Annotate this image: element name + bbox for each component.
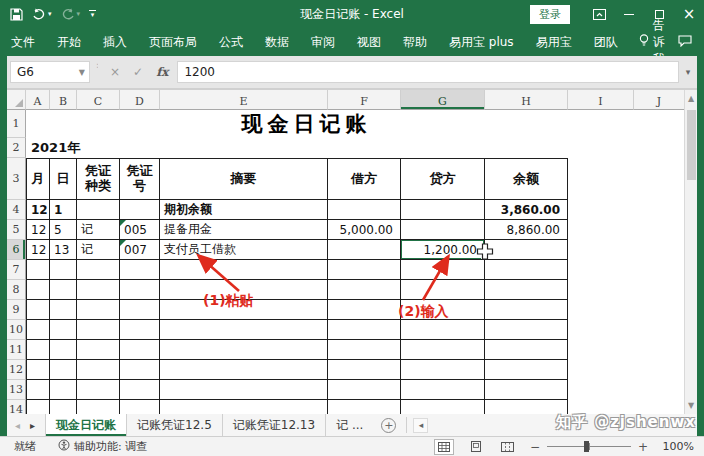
cell-e4[interactable]: 期初余额 — [160, 200, 328, 220]
column-header-h[interactable]: H — [485, 90, 568, 110]
cell[interactable] — [634, 260, 684, 280]
cell[interactable] — [160, 380, 328, 400]
cell[interactable] — [160, 360, 328, 380]
cell[interactable] — [77, 300, 120, 320]
cancel-entry-icon[interactable]: × — [110, 65, 120, 79]
name-box[interactable]: G6 ▼ — [10, 61, 90, 83]
select-all-corner[interactable] — [7, 90, 26, 110]
confirm-entry-icon[interactable]: ✓ — [133, 65, 143, 79]
header-cell-day[interactable]: 日 — [50, 158, 77, 200]
sheet-tab-voucher-12-5[interactable]: 记账凭证12.5 — [127, 414, 223, 436]
cell-g6-active[interactable]: 1,200.00 — [401, 240, 485, 260]
row-header-13[interactable]: 13 — [7, 380, 26, 400]
column-header-c[interactable]: C — [77, 90, 120, 110]
cell[interactable] — [634, 158, 684, 200]
cell[interactable] — [328, 320, 401, 340]
cell[interactable] — [634, 220, 684, 240]
row-header-14[interactable]: 14 — [7, 400, 26, 414]
zoom-in-icon[interactable]: + — [638, 440, 648, 454]
column-header-b[interactable]: B — [50, 90, 77, 110]
column-header-i[interactable]: I — [568, 90, 634, 110]
cell[interactable] — [568, 240, 634, 260]
redo-button[interactable]: ▾ — [61, 8, 81, 20]
cell[interactable] — [568, 280, 634, 300]
hscroll-left-icon[interactable]: ◂ — [413, 418, 428, 433]
cell[interactable] — [50, 260, 77, 280]
ribbon-display-options-button[interactable] — [584, 0, 614, 28]
cell[interactable] — [568, 200, 634, 220]
cell[interactable] — [401, 280, 485, 300]
cell[interactable] — [328, 280, 401, 300]
cell-d6[interactable]: 007 — [120, 240, 160, 260]
cell[interactable] — [77, 400, 120, 414]
sheet-tab-voucher-12-13[interactable]: 记账凭证12.13 — [223, 414, 326, 436]
undo-caret-icon[interactable]: ▾ — [48, 11, 52, 18]
scroll-down-icon[interactable]: ▼ — [685, 397, 697, 414]
cell[interactable] — [26, 380, 50, 400]
zoom-level[interactable]: 100% — [660, 440, 694, 453]
header-cell-voucher-type[interactable]: 凭证 种类 — [77, 158, 120, 200]
undo-button[interactable]: ▾ — [32, 8, 52, 20]
header-cell-credit[interactable]: 贷方 — [401, 158, 485, 200]
scroll-up-icon[interactable]: ▲ — [685, 90, 697, 107]
cell[interactable] — [401, 380, 485, 400]
cell-a4[interactable]: 12 — [26, 200, 50, 220]
cell-c5[interactable]: 记 — [77, 220, 120, 240]
expand-formula-bar-icon[interactable]: ▾ — [679, 67, 697, 77]
cell[interactable] — [77, 360, 120, 380]
cell[interactable] — [328, 380, 401, 400]
cell[interactable] — [328, 340, 401, 360]
cell-b5[interactable]: 5 — [50, 220, 77, 240]
cell[interactable] — [568, 320, 634, 340]
cell-h5[interactable]: 8,860.00 — [485, 220, 568, 240]
sheet-tab-truncated[interactable]: 记 ... — [326, 414, 373, 436]
cell[interactable] — [485, 320, 568, 340]
cell[interactable] — [26, 260, 50, 280]
cell[interactable] — [120, 380, 160, 400]
page-break-preview-icon[interactable] — [498, 439, 518, 455]
cell[interactable] — [485, 280, 568, 300]
cell-b6[interactable]: 13 — [50, 240, 77, 260]
cell[interactable] — [485, 260, 568, 280]
cell[interactable] — [634, 400, 684, 414]
tab-scroll-left-icon[interactable]: ◂ — [15, 420, 20, 431]
cell[interactable] — [634, 280, 684, 300]
new-sheet-button[interactable]: + — [381, 418, 396, 433]
cell[interactable] — [26, 300, 50, 320]
cell-e6[interactable]: 支付员工借款 — [160, 240, 328, 260]
cell[interactable] — [26, 280, 50, 300]
tab-scroll-right-icon[interactable]: ▸ — [30, 420, 35, 431]
column-header-g-selected[interactable]: G — [401, 90, 485, 110]
cell[interactable] — [26, 340, 50, 360]
cell[interactable] — [120, 340, 160, 360]
cell[interactable] — [634, 200, 684, 220]
cell[interactable] — [634, 240, 684, 260]
header-cell-month[interactable]: 月 — [26, 158, 50, 200]
cell[interactable] — [120, 400, 160, 414]
cell[interactable] — [50, 380, 77, 400]
cell-h6[interactable] — [485, 240, 568, 260]
zoom-slider[interactable] — [547, 441, 631, 452]
cell-c6[interactable]: 记 — [77, 240, 120, 260]
cell[interactable] — [50, 340, 77, 360]
ribbon-tab-yyb[interactable]: 易用宝 — [525, 28, 583, 56]
name-box-dropdown-icon[interactable]: ▼ — [79, 68, 85, 77]
ribbon-tab-view[interactable]: 视图 — [346, 28, 392, 56]
cell[interactable] — [634, 380, 684, 400]
feedback-icon[interactable] — [678, 35, 692, 50]
cell[interactable] — [485, 300, 568, 320]
cell[interactable] — [587, 110, 653, 138]
cell[interactable] — [401, 260, 485, 280]
cell[interactable] — [401, 320, 485, 340]
cell[interactable] — [401, 400, 485, 414]
cell[interactable] — [50, 280, 77, 300]
column-header-d[interactable]: D — [120, 90, 160, 110]
ribbon-tab-help[interactable]: 帮助 — [392, 28, 438, 56]
cell[interactable] — [587, 138, 653, 158]
zoom-out-icon[interactable]: − — [530, 440, 540, 454]
cell-d5[interactable]: 005 — [120, 220, 160, 240]
ribbon-tab-review[interactable]: 审阅 — [300, 28, 346, 56]
ribbon-tab-data[interactable]: 数据 — [254, 28, 300, 56]
column-header-a[interactable]: A — [26, 90, 50, 110]
column-header-j[interactable]: J — [634, 90, 684, 110]
